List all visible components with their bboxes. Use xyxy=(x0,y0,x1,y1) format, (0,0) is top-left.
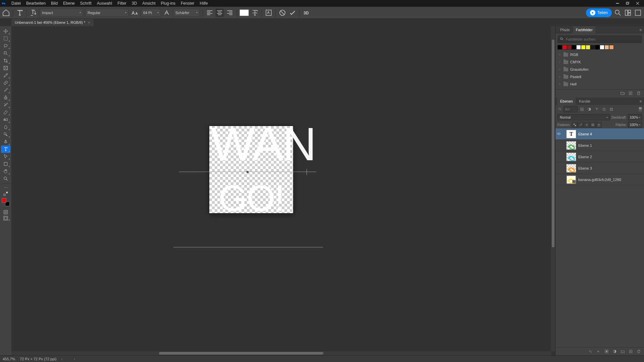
lock-position-button[interactable] xyxy=(584,122,590,128)
stamp-tool[interactable] xyxy=(1,94,10,101)
new-group-button[interactable] xyxy=(620,91,625,96)
filter-shape-icon[interactable] xyxy=(601,106,607,112)
window-close-button[interactable] xyxy=(633,0,643,7)
font-family-select[interactable]: Impact▾ xyxy=(40,9,83,17)
zoom-tool[interactable] xyxy=(1,175,10,182)
delete-layer-button[interactable] xyxy=(636,349,641,354)
filter-adjustment-icon[interactable] xyxy=(586,106,592,112)
type-tool[interactable] xyxy=(1,145,10,153)
swatch[interactable] xyxy=(590,45,595,50)
lock-transparent-button[interactable] xyxy=(572,122,578,128)
text-orientation-button[interactable] xyxy=(30,9,38,17)
cancel-edit-button[interactable] xyxy=(278,9,286,17)
commit-edit-button[interactable] xyxy=(288,9,297,17)
layer-filter-input[interactable] xyxy=(564,106,578,112)
warp-text-button[interactable] xyxy=(251,9,259,17)
path-selection-tool[interactable] xyxy=(1,153,10,160)
home-workspace-button[interactable] xyxy=(634,9,642,17)
layer-row[interactable]: Ebene 1 xyxy=(555,140,644,151)
horizontal-scrollbar[interactable] xyxy=(11,351,551,355)
menu-bearbeiten[interactable]: Bearbeiten xyxy=(23,0,48,7)
tab-paths[interactable]: Pfade xyxy=(557,26,573,34)
swatch-search-input[interactable] xyxy=(566,37,640,41)
menu-filter[interactable]: Filter xyxy=(115,0,129,7)
move-tool[interactable] xyxy=(1,27,10,35)
menu-ebene[interactable]: Ebene xyxy=(60,0,77,7)
align-left-button[interactable] xyxy=(206,9,214,17)
share-button[interactable]: ● Teilen xyxy=(586,8,612,17)
screenmode-button[interactable] xyxy=(1,215,10,221)
menu-schrift[interactable]: Schrift xyxy=(77,0,94,7)
tab-layers[interactable]: Ebenen xyxy=(557,98,576,105)
history-brush-tool[interactable] xyxy=(1,101,10,109)
opacity-input[interactable]: 100%▾ xyxy=(628,114,642,120)
layer-row[interactable]: Ebene 3 xyxy=(555,163,644,174)
fill-input[interactable]: 100%▾ xyxy=(628,122,642,128)
link-layers-button[interactable] xyxy=(588,349,593,354)
character-panel-button[interactable] xyxy=(265,9,273,17)
window-minimize-button[interactable] xyxy=(612,0,623,7)
swatch[interactable] xyxy=(600,45,604,50)
font-style-select[interactable]: Regular▾ xyxy=(85,9,129,17)
crop-tool[interactable] xyxy=(1,57,10,64)
gradient-tool[interactable] xyxy=(1,116,10,123)
menu-3d[interactable]: 3D xyxy=(129,0,140,7)
edit-toolbar-button[interactable]: ⋯ xyxy=(1,185,10,191)
filter-type-icon[interactable] xyxy=(594,106,600,112)
eraser-tool[interactable] xyxy=(1,109,10,116)
swatch[interactable] xyxy=(576,45,581,50)
swatch-folder[interactable]: ›CMYK xyxy=(557,58,643,66)
hand-tool[interactable] xyxy=(1,168,10,175)
swap-colors-icon[interactable] xyxy=(1,191,10,197)
panel-menu-button[interactable]: ≡ xyxy=(637,28,644,32)
align-right-button[interactable] xyxy=(226,9,234,17)
canvas-area[interactable]: WAN GO! xyxy=(11,26,555,355)
dodge-tool[interactable] xyxy=(1,131,10,138)
frame-tool[interactable] xyxy=(1,64,10,72)
swatch[interactable] xyxy=(609,45,614,50)
swatch[interactable] xyxy=(562,45,567,50)
quickmask-button[interactable] xyxy=(1,209,10,215)
vertical-scrollbar[interactable] xyxy=(551,26,555,351)
swatch[interactable] xyxy=(581,45,586,50)
menu-bild[interactable]: Bild xyxy=(48,0,60,7)
swatch-folder[interactable]: ›Graustufen xyxy=(557,66,643,73)
align-center-button[interactable] xyxy=(216,9,224,17)
panel-menu-button[interactable]: ≡ xyxy=(637,99,644,103)
window-restore-button[interactable] xyxy=(623,0,633,7)
brush-tool[interactable] xyxy=(1,86,10,94)
layers-list[interactable]: T Ebene 4 Ebene 1 Ebene 2 Ebene 3 xyxy=(555,128,644,347)
chevron-left-icon[interactable]: ‹ xyxy=(74,357,75,361)
swatch[interactable] xyxy=(567,45,572,50)
shape-tool[interactable] xyxy=(1,160,10,168)
menu-plugins[interactable]: Plug-ins xyxy=(158,0,178,7)
swatch[interactable] xyxy=(572,45,576,50)
swatch-folder[interactable]: ›Pastell xyxy=(557,73,643,80)
adjustment-layer-button[interactable] xyxy=(612,349,617,354)
font-size-select[interactable]: 64 Pt▾ xyxy=(141,9,161,17)
lock-artboard-button[interactable] xyxy=(590,122,596,128)
menu-hilfe[interactable]: Hilfe xyxy=(197,0,211,7)
marquee-tool[interactable] xyxy=(1,35,10,42)
pen-tool[interactable] xyxy=(1,138,10,145)
menu-fenster[interactable]: Fenster xyxy=(178,0,197,7)
home-button[interactable] xyxy=(2,9,10,17)
document-canvas[interactable]: WAN GO! xyxy=(209,126,293,213)
layer-style-button[interactable]: fx xyxy=(596,349,601,354)
swatch[interactable] xyxy=(557,45,562,50)
new-group-button[interactable] xyxy=(620,349,625,354)
swatch-search-field[interactable] xyxy=(557,36,642,43)
lock-all-button[interactable] xyxy=(596,122,602,128)
layer-row[interactable]: banana-gd83cfc2d9_1280 xyxy=(555,174,644,185)
document-tab[interactable]: Unbenannt-1 bei 456% (Ebene 1, RGB/8) * … xyxy=(11,19,94,26)
selection-tool[interactable] xyxy=(1,50,10,57)
type-tool-icon[interactable] xyxy=(16,9,24,17)
new-layer-button[interactable] xyxy=(628,349,633,354)
foreground-background-colors[interactable] xyxy=(1,197,10,207)
chevron-right-icon[interactable]: › xyxy=(61,357,62,361)
tab-swatches[interactable]: Farbfelder xyxy=(573,26,595,34)
lock-image-button[interactable] xyxy=(578,122,584,128)
eyedropper-tool[interactable] xyxy=(1,72,10,79)
document-tab-close-icon[interactable]: × xyxy=(88,20,90,24)
workspace-button[interactable] xyxy=(624,9,632,17)
